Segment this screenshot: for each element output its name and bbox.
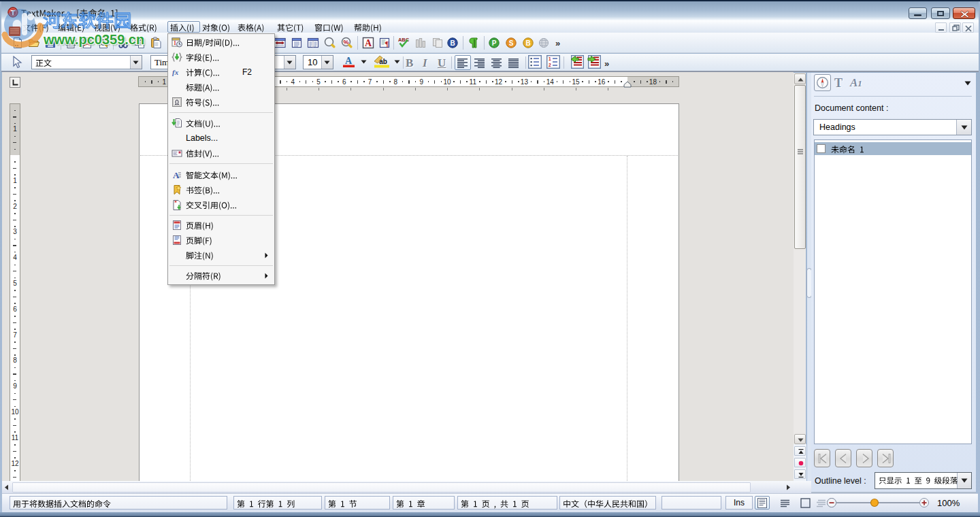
svg-text:fx: fx — [172, 68, 179, 76]
svg-text:1: 1 — [174, 40, 176, 46]
svg-text:%: % — [343, 39, 348, 46]
svg-text:ab: ab — [379, 58, 387, 65]
svg-text:2: 2 — [549, 63, 551, 67]
svg-text:¶: ¶ — [385, 40, 389, 48]
svg-text:1: 1 — [549, 56, 551, 61]
svg-text:P: P — [492, 39, 497, 47]
svg-text:ABC: ABC — [398, 37, 410, 43]
svg-text:S: S — [509, 39, 514, 47]
svg-text:B: B — [525, 39, 530, 47]
svg-text:A: A — [365, 38, 372, 48]
svg-text:B: B — [450, 39, 455, 47]
svg-text:A: A — [345, 56, 353, 66]
